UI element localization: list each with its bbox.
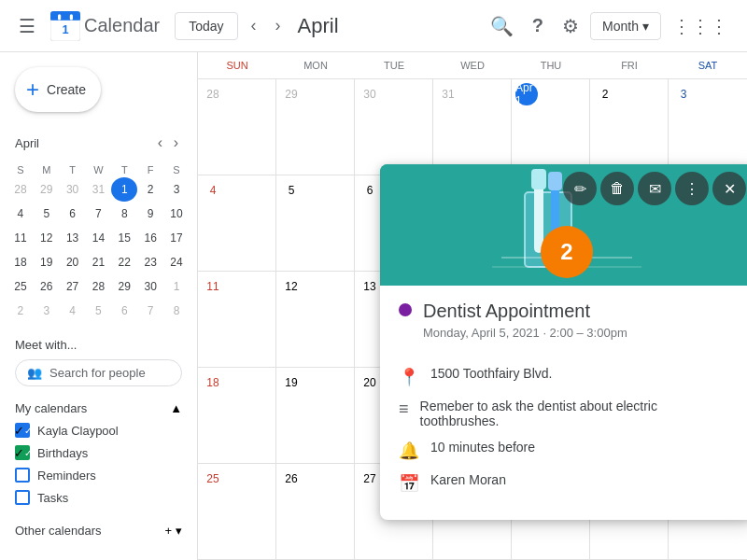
day-cell[interactable]: 25 bbox=[198, 464, 276, 559]
mini-cal-day[interactable]: 5 bbox=[34, 202, 60, 226]
mini-cal-day[interactable]: 20 bbox=[60, 250, 86, 274]
mini-cal-day[interactable]: 21 bbox=[86, 250, 112, 274]
close-popup-button[interactable]: ✕ bbox=[712, 172, 746, 205]
today-button[interactable]: Today bbox=[175, 12, 237, 40]
mini-cal-day[interactable]: 29 bbox=[34, 177, 60, 202]
calendar-checkbox[interactable]: ✓ bbox=[15, 445, 30, 460]
mini-cal-day[interactable]: 13 bbox=[60, 226, 86, 250]
calendar-item[interactable]: Reminders bbox=[15, 464, 182, 486]
calendar-checkbox[interactable] bbox=[15, 468, 30, 483]
mini-cal-day[interactable]: 26 bbox=[34, 274, 60, 299]
expand-other-cal-icon[interactable]: ▾ bbox=[176, 524, 182, 538]
day-cell[interactable]: 3 bbox=[669, 79, 747, 175]
day-number[interactable]: 4 bbox=[202, 179, 224, 202]
mini-cal-day[interactable]: 9 bbox=[137, 202, 163, 226]
search-button[interactable]: 🔍 bbox=[483, 7, 521, 45]
day-cell[interactable]: 28 bbox=[198, 79, 276, 175]
day-number[interactable]: 18 bbox=[202, 371, 224, 394]
more-options-button[interactable]: ⋮ bbox=[675, 172, 709, 205]
other-calendars-section[interactable]: Other calendars + ▾ bbox=[0, 516, 197, 541]
mini-cal-day[interactable]: 30 bbox=[60, 177, 86, 202]
day-number[interactable]: 31 bbox=[437, 83, 459, 105]
settings-button[interactable]: ⚙ bbox=[555, 7, 586, 45]
day-cell[interactable]: 30 bbox=[355, 79, 433, 175]
day-cell[interactable]: 31 bbox=[433, 79, 512, 175]
day-cell[interactable]: 4 bbox=[198, 175, 276, 271]
day-cell[interactable]: 11 bbox=[198, 272, 276, 367]
mini-cal-day[interactable]: 7 bbox=[86, 202, 112, 226]
mini-cal-day[interactable]: 30 bbox=[137, 274, 163, 299]
mini-cal-day[interactable]: 5 bbox=[86, 299, 112, 323]
day-number[interactable]: 28 bbox=[202, 83, 224, 105]
day-number[interactable]: 11 bbox=[202, 275, 224, 298]
day-cell[interactable]: 5 bbox=[276, 175, 355, 271]
mini-cal-day[interactable]: 11 bbox=[7, 226, 34, 250]
day-number[interactable]: 5 bbox=[280, 179, 303, 202]
day-number[interactable]: Apr 1 bbox=[515, 83, 538, 105]
mini-cal-day[interactable]: 4 bbox=[7, 202, 34, 226]
mini-prev-button[interactable]: ‹ bbox=[154, 131, 166, 155]
day-number[interactable]: 30 bbox=[359, 83, 381, 105]
day-number[interactable]: 20 bbox=[359, 371, 381, 394]
day-cell[interactable]: 2 bbox=[590, 79, 669, 175]
apps-button[interactable]: ⋮⋮⋮ bbox=[665, 7, 736, 45]
calendar-checkbox[interactable] bbox=[15, 490, 30, 505]
day-cell[interactable]: 29 bbox=[276, 79, 355, 175]
mini-cal-day[interactable]: 1 bbox=[163, 274, 190, 299]
mini-cal-day[interactable]: 7 bbox=[137, 299, 163, 323]
next-month-button[interactable]: › bbox=[270, 10, 287, 41]
day-cell[interactable]: 18 bbox=[198, 368, 276, 463]
mini-cal-day[interactable]: 4 bbox=[60, 299, 86, 323]
add-other-cal-icon[interactable]: + bbox=[164, 524, 172, 538]
mini-cal-day[interactable]: 28 bbox=[7, 177, 34, 202]
my-calendars-title[interactable]: My calendars bbox=[15, 401, 87, 415]
mini-cal-day[interactable]: 24 bbox=[163, 250, 190, 274]
calendar-checkbox[interactable]: ✓ bbox=[15, 423, 30, 438]
mini-cal-day[interactable]: 6 bbox=[111, 299, 137, 323]
day-cell[interactable]: 19 bbox=[276, 368, 355, 463]
day-number[interactable]: 3 bbox=[672, 83, 695, 105]
mini-cal-day[interactable]: 2 bbox=[7, 299, 34, 323]
mini-cal-day[interactable]: 25 bbox=[7, 274, 34, 299]
day-number[interactable]: 6 bbox=[359, 179, 381, 202]
day-number[interactable]: 25 bbox=[202, 468, 224, 490]
mini-cal-day[interactable]: 23 bbox=[137, 250, 163, 274]
day-cell[interactable]: 12 bbox=[276, 272, 355, 367]
day-number[interactable]: 29 bbox=[280, 83, 303, 105]
help-button[interactable]: ? bbox=[525, 7, 551, 44]
day-number[interactable]: 27 bbox=[359, 468, 381, 490]
email-event-button[interactable]: ✉ bbox=[638, 172, 671, 205]
mini-cal-day[interactable]: 16 bbox=[137, 226, 163, 250]
mini-cal-day[interactable]: 17 bbox=[163, 226, 190, 250]
mini-cal-day[interactable]: 10 bbox=[163, 202, 190, 226]
mini-cal-day[interactable]: 12 bbox=[34, 226, 60, 250]
mini-cal-day[interactable]: 18 bbox=[7, 250, 34, 274]
calendar-item[interactable]: Tasks bbox=[15, 486, 182, 509]
mini-cal-day[interactable]: 27 bbox=[60, 274, 86, 299]
calendar-item[interactable]: ✓Birthdays bbox=[15, 441, 182, 464]
mini-cal-day[interactable]: 8 bbox=[111, 202, 137, 226]
mini-cal-day[interactable]: 1 bbox=[111, 177, 137, 202]
mini-next-button[interactable]: › bbox=[170, 131, 182, 155]
mini-cal-day[interactable]: 2 bbox=[137, 177, 163, 202]
calendar-item[interactable]: ✓Kayla Claypool bbox=[15, 419, 182, 441]
view-selector[interactable]: Month ▾ bbox=[590, 12, 661, 40]
mini-cal-day[interactable]: 15 bbox=[111, 226, 137, 250]
collapse-icon[interactable]: ▲ bbox=[170, 401, 182, 415]
day-number[interactable]: 12 bbox=[280, 275, 303, 298]
create-button[interactable]: + Create bbox=[15, 67, 101, 112]
mini-cal-day[interactable]: 8 bbox=[163, 299, 190, 323]
mini-cal-day[interactable]: 22 bbox=[111, 250, 137, 274]
mini-cal-day[interactable]: 28 bbox=[86, 274, 112, 299]
mini-cal-day[interactable]: 29 bbox=[111, 274, 137, 299]
search-people-input[interactable]: 👥 Search for people bbox=[15, 359, 182, 386]
day-cell[interactable]: Apr 1 bbox=[512, 79, 590, 175]
day-number[interactable]: 26 bbox=[280, 468, 303, 490]
day-number[interactable]: 19 bbox=[280, 371, 303, 394]
mini-cal-day[interactable]: 14 bbox=[86, 226, 112, 250]
mini-cal-day[interactable]: 3 bbox=[163, 177, 190, 202]
delete-event-button[interactable]: 🗑 bbox=[600, 172, 634, 205]
day-number[interactable]: 13 bbox=[359, 275, 381, 298]
prev-month-button[interactable]: ‹ bbox=[246, 10, 262, 41]
mini-cal-day[interactable]: 3 bbox=[34, 299, 60, 323]
